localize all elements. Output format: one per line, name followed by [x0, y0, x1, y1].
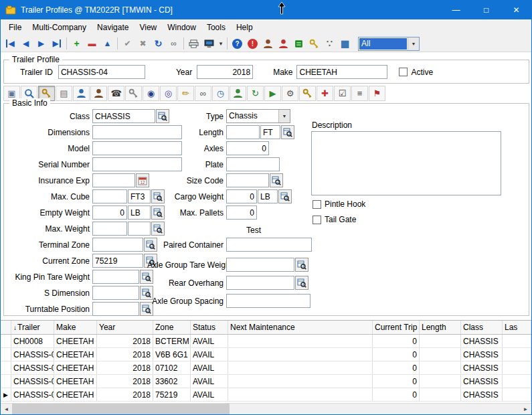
tab-users[interactable] — [230, 86, 246, 101]
licenses-button[interactable] — [291, 36, 306, 51]
rear-overhang-input[interactable] — [226, 276, 294, 290]
tab-report[interactable]: ⚑ — [369, 86, 385, 101]
current-zone-input[interactable] — [92, 254, 143, 268]
about-button[interactable]: ! — [245, 36, 260, 51]
modules-button[interactable]: ▦ — [337, 36, 353, 51]
terminal-zone-input[interactable] — [92, 238, 143, 252]
grid-header-make[interactable]: Make — [54, 321, 97, 334]
minimize-button[interactable]: — — [441, 1, 471, 19]
filter-dropdown-arrow-icon[interactable]: ▼ — [408, 37, 419, 50]
tail-gate-checkbox[interactable] — [313, 216, 321, 224]
paired-container-input[interactable] — [226, 238, 312, 252]
grid-header-current-trip[interactable]: Current Trip — [373, 321, 420, 334]
grid-header-year[interactable]: Year — [97, 321, 153, 334]
rear-overhang-lookup-button[interactable] — [295, 276, 308, 290]
cargo-weight-unit-input[interactable] — [258, 189, 278, 203]
axle-group-tare-weight-lookup-button[interactable] — [295, 258, 308, 272]
make-input[interactable] — [296, 65, 387, 79]
axle-group-tare-weight-input[interactable] — [226, 258, 294, 272]
steps-button[interactable]: ∵ — [322, 36, 337, 51]
year-input[interactable] — [197, 65, 253, 79]
grid-header-class[interactable]: Class — [461, 321, 503, 334]
tab-start[interactable]: ▶ — [264, 86, 281, 101]
axles-input[interactable] — [226, 141, 269, 155]
delete-record-button[interactable]: ▬ — [84, 36, 100, 51]
print-button[interactable] — [186, 36, 201, 51]
tab-team[interactable] — [90, 86, 107, 101]
tab-permits[interactable] — [299, 86, 316, 101]
tab-links[interactable]: ∞ — [195, 86, 211, 101]
table-row[interactable]: CHASSIS-02 CHEETAH 2018 07102 AVAIL 0 CH… — [1, 361, 531, 375]
table-row[interactable]: CH0008 CHEETAH 2018 BCTERM AVAIL 0 CHASS… — [1, 335, 531, 348]
class-input[interactable] — [92, 109, 155, 123]
grid-header-length[interactable]: Length — [420, 321, 461, 334]
insert-record-button[interactable]: + — [69, 36, 84, 51]
cancel-edit-button[interactable]: ✖ — [135, 36, 151, 51]
active-checkbox[interactable] — [399, 68, 408, 76]
max-cube-input[interactable] — [92, 189, 127, 203]
edit-record-button[interactable]: ▲ — [100, 36, 115, 51]
menu-item-navigate[interactable]: Navigate — [92, 21, 134, 34]
type-select[interactable]: Chassis ▼ — [226, 109, 290, 123]
tab-disc[interactable]: ◉ — [143, 86, 159, 101]
next-record-button[interactable]: ▶ — [33, 36, 49, 51]
grid-header-zone[interactable]: Zone — [153, 321, 191, 334]
user-button[interactable] — [260, 36, 276, 51]
insurance-exp-input[interactable] — [92, 173, 135, 187]
screen-button[interactable] — [201, 36, 217, 51]
grid-header-last[interactable]: Las — [503, 321, 531, 334]
length-unit-input[interactable] — [260, 125, 280, 139]
menu-item-window[interactable]: Window — [162, 21, 201, 34]
size-code-input[interactable] — [226, 173, 269, 187]
grid-header-status[interactable]: Status — [191, 321, 228, 334]
scroll-left-button[interactable]: ◄ — [1, 404, 12, 414]
empty-weight-input[interactable] — [92, 205, 127, 220]
last-record-button[interactable]: ▶ — [49, 36, 64, 51]
size-code-lookup-button[interactable] — [270, 173, 283, 187]
tab-tools[interactable]: ⚙ — [282, 86, 298, 101]
find-button[interactable]: ∞ — [166, 36, 181, 51]
length-lookup-button[interactable] — [281, 125, 294, 139]
tab-history[interactable]: ◷ — [212, 86, 229, 101]
grid-header-next-maintenance[interactable]: Next Maintenance — [228, 321, 373, 334]
keys-button[interactable] — [306, 36, 322, 51]
scroll-right-button[interactable]: ► — [520, 404, 531, 414]
first-record-button[interactable]: ◀ — [3, 36, 18, 51]
cargo-weight-lookup-button[interactable] — [278, 189, 292, 203]
tab-driver[interactable] — [73, 86, 90, 101]
security-user-button[interactable] — [276, 36, 291, 51]
menu-item-tools[interactable]: Tools — [201, 21, 231, 34]
tab-access[interactable] — [125, 86, 142, 101]
tab-notes[interactable]: ▤ — [56, 86, 72, 101]
table-row[interactable]: CHASSIS-03 CHEETAH 2018 33602 AVAIL 0 CH… — [1, 375, 531, 388]
table-row[interactable]: CHASSIS-01 CHEETAH 2018 V6B 6G1 AVAIL 0 … — [1, 348, 531, 361]
tab-pencil[interactable]: ✏ — [177, 86, 194, 101]
screen-dropdown-button[interactable]: ▾ — [217, 36, 225, 51]
turntable-position-input[interactable] — [92, 302, 139, 316]
pintle-hook-checkbox[interactable] — [313, 200, 321, 209]
post-edit-button[interactable]: ✔ — [120, 36, 135, 51]
refresh-button[interactable]: ↻ — [151, 36, 166, 51]
type-dropdown-arrow-icon[interactable]: ▼ — [278, 110, 290, 122]
length-input[interactable] — [226, 125, 260, 139]
tab-list[interactable]: ≡ — [351, 86, 368, 101]
scrollbar-thumb[interactable] — [12, 404, 230, 414]
menu-item-multi-company[interactable]: Multi-Company — [27, 21, 92, 34]
trailer-id-input[interactable] — [58, 65, 145, 79]
tab-cd[interactable]: ◎ — [160, 86, 177, 101]
menu-item-view[interactable]: View — [134, 21, 162, 34]
grid-header-trailer[interactable]: ↓Trailer — [11, 321, 54, 334]
table-row-current[interactable]: ▶ CHASSIS-04 CHEETAH 2018 75219 AVAIL 0 … — [1, 388, 531, 402]
king-pin-tare-weight-input[interactable] — [92, 270, 139, 284]
axle-group-spacing-input[interactable] — [226, 294, 311, 308]
s-dimension-input[interactable] — [92, 286, 139, 300]
plate-input[interactable] — [226, 157, 280, 171]
scrollbar-track[interactable] — [12, 404, 520, 414]
close-button[interactable]: ✕ — [501, 1, 531, 19]
max-weight-input[interactable] — [92, 222, 127, 236]
menu-item-help[interactable]: Help — [231, 21, 258, 34]
tab-checklist[interactable]: ☑ — [334, 86, 351, 101]
max-pallets-input[interactable] — [226, 205, 257, 220]
tab-phone[interactable]: ☎ — [108, 86, 124, 101]
prior-record-button[interactable]: ◀ — [18, 36, 33, 51]
